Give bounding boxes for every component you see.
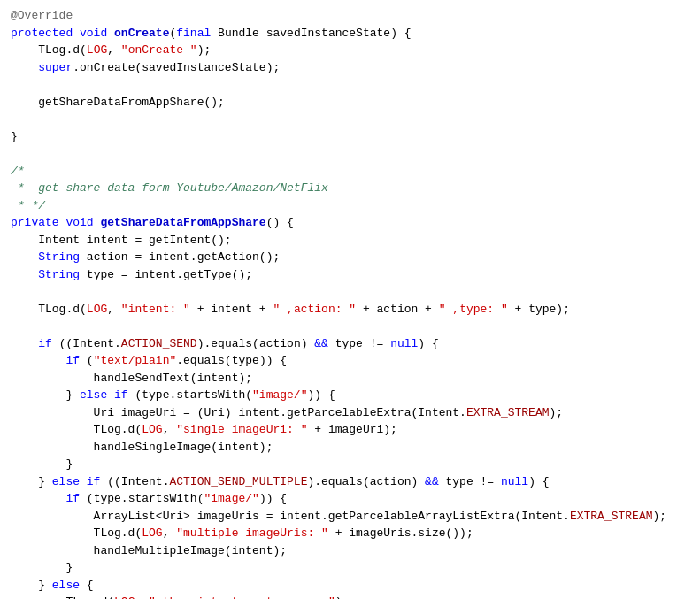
code-token: Uri imageUri = (Uri) intent.getParcelabl…: [11, 404, 466, 422]
code-line: handleSendText(intent);: [0, 370, 700, 388]
code-token: [11, 352, 65, 370]
code-line: super.onCreate(savedInstanceState);: [0, 59, 700, 77]
code-token: "text/plain": [94, 352, 177, 370]
code-token: + imageUri);: [307, 421, 396, 439]
code-token: null: [501, 473, 528, 491]
code-token: ArrayList<Uri> imageUris = intent.getPar…: [11, 508, 570, 526]
code-token: Intent intent = getIntent();: [11, 232, 232, 250]
code-token: null: [390, 335, 418, 353]
code-token: " ,type: ": [439, 301, 508, 319]
code-token: ACTION_SEND: [121, 335, 197, 353]
code-token: &&: [314, 335, 328, 353]
code-token: (type.startsWith(: [128, 387, 252, 404]
code-line: private void getShareDataFromAppShare() …: [0, 214, 700, 232]
code-token: + imageUris.size());: [328, 525, 473, 542]
code-token: String: [38, 266, 80, 284]
code-token: ).equals(action): [307, 473, 425, 491]
code-line: getShareDataFromAppShare();: [0, 94, 700, 111]
code-token: ) {: [528, 473, 549, 491]
code-token: LOG: [142, 421, 162, 439]
code-token: ,: [107, 301, 121, 319]
code-token: ((Intent.: [52, 335, 121, 353]
code-token: "multiple imageUris: ": [176, 525, 328, 542]
code-token: "image/": [252, 387, 307, 404]
code-token: LOG: [142, 525, 162, 542]
code-line: String action = intent.getAction();: [0, 249, 700, 266]
code-line: Uri imageUri = (Uri) intent.getParcelabl…: [0, 404, 700, 422]
code-token: }: [11, 559, 73, 577]
code-token: (: [169, 25, 176, 42]
code-token: EXTRA_STREAM: [570, 508, 653, 526]
code-line: TLog.d(LOG, "single imageUri: " + imageU…: [0, 421, 700, 439]
code-token: type !=: [328, 335, 390, 353]
code-token: );: [550, 404, 564, 422]
code-token: void: [65, 214, 100, 232]
code-token: ,: [107, 42, 121, 59]
code-token: );: [653, 508, 667, 526]
code-token: if: [65, 352, 80, 370]
code-token: "other intent, not use now": [149, 594, 335, 599]
code-token: (type.startsWith(: [80, 490, 204, 508]
code-token: EXTRA_STREAM: [466, 404, 550, 422]
code-line: if ("text/plain".equals(type)) {: [0, 352, 700, 370]
code-token: "onCreate ": [121, 42, 197, 59]
code-token: type = intent.getType();: [80, 266, 252, 284]
code-token: }: [11, 128, 18, 146]
code-token: ACTION_SEND_MULTIPLE: [169, 473, 307, 491]
code-token: }: [11, 577, 52, 595]
code-line: Intent intent = getIntent();: [0, 232, 700, 250]
code-line: }: [0, 456, 700, 473]
code-token: + action +: [356, 301, 439, 319]
code-token: ((Intent.: [100, 473, 169, 491]
code-line: handleMultipleImage(intent);: [0, 542, 700, 560]
code-token: LOG: [87, 301, 107, 319]
code-token: handleSendText(intent);: [11, 370, 252, 388]
code-token: LOG: [114, 594, 135, 599]
code-token: ) {: [418, 335, 438, 353]
code-token: Bundle: [218, 25, 266, 42]
code-token: ).equals(action): [197, 335, 315, 353]
code-token: "single imageUri: ": [176, 421, 307, 439]
code-token: .equals(type)) {: [176, 352, 287, 370]
code-line: if ((Intent.ACTION_SEND).equals(action) …: [0, 335, 700, 353]
code-token: }: [11, 387, 80, 404]
code-token: private: [11, 214, 65, 232]
code-line: }: [0, 559, 700, 577]
code-token: action = intent.getAction();: [80, 249, 280, 266]
code-editor: @Overrideprotected void onCreate(final B…: [0, 0, 700, 599]
code-line: TLog.d(LOG, "intent: " + intent + " ,act…: [0, 301, 700, 319]
code-token: + type);: [508, 301, 570, 319]
code-line: protected void onCreate(final Bundle sav…: [0, 25, 700, 42]
code-token: &&: [425, 473, 439, 491]
code-token: type !=: [439, 473, 501, 491]
code-line: * */: [0, 197, 700, 215]
code-token: () {: [266, 214, 294, 232]
code-line: [0, 318, 700, 335]
code-token: TLog.d(: [11, 525, 142, 542]
code-token: protected: [11, 25, 80, 42]
code-token: String: [38, 249, 80, 266]
code-line: handleSingleImage(intent);: [0, 439, 700, 457]
code-token: );: [197, 42, 212, 59]
code-token: )) {: [307, 387, 335, 404]
code-token: ,: [163, 525, 177, 542]
code-token: * get share data form Youtube/Amazon/Net…: [11, 180, 328, 197]
code-line: TLog.d(LOG, "onCreate ");: [0, 42, 700, 59]
code-token: + intent +: [190, 301, 273, 319]
code-token: {: [80, 577, 94, 595]
code-line: [0, 76, 700, 94]
code-line: [0, 111, 700, 128]
code-token: * */: [11, 197, 45, 215]
code-line: if (type.startsWith("image/")) {: [0, 490, 700, 508]
code-token: );: [335, 594, 350, 599]
code-token: if: [65, 490, 80, 508]
code-token: .onCreate(savedInstanceState);: [73, 59, 280, 77]
code-token: "image/": [204, 490, 258, 508]
code-token: [11, 490, 65, 508]
code-line: String type = intent.getType();: [0, 266, 700, 284]
code-token: "intent: ": [121, 301, 190, 319]
code-token: )) {: [259, 490, 287, 508]
code-line: TLog.d(LOG, "multiple imageUris: " + ima…: [0, 525, 700, 542]
code-token: [11, 335, 38, 353]
code-token: @Override: [11, 7, 73, 25]
